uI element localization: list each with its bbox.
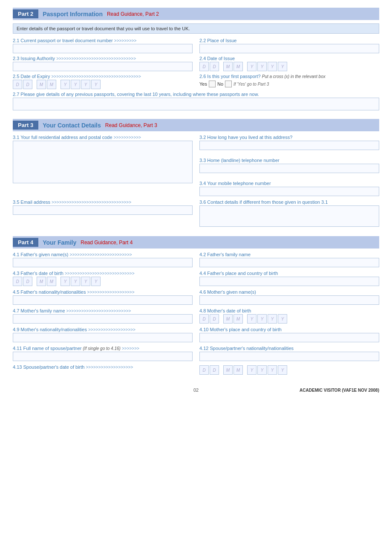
field-45: 4.5 Father's nationality/nationalities >… bbox=[13, 289, 193, 305]
date25-y4[interactable]: Y bbox=[91, 80, 101, 89]
date413-m2[interactable]: M bbox=[233, 365, 243, 375]
input-33[interactable] bbox=[199, 164, 379, 173]
date-d2[interactable]: D bbox=[210, 62, 219, 71]
field-413-label: 4.13 Spouse/partner's date of birth >>>>… bbox=[13, 364, 193, 370]
part4-guidance[interactable]: Read Guidance, Part 4 bbox=[81, 240, 133, 246]
date43-m2[interactable]: M bbox=[47, 277, 56, 286]
yes-checkbox[interactable] bbox=[209, 81, 216, 87]
field-34-label: 3.4 Your mobile telephone number bbox=[199, 181, 379, 186]
input-47[interactable] bbox=[13, 314, 193, 324]
date-y4[interactable]: Y bbox=[278, 62, 287, 71]
input-46[interactable] bbox=[199, 295, 379, 305]
date-m2[interactable]: M bbox=[233, 62, 243, 71]
date43-d1[interactable]: D bbox=[13, 277, 22, 286]
field-24-label: 2.4 Date of Issue bbox=[199, 56, 379, 61]
date413-y4[interactable]: Y bbox=[278, 365, 287, 375]
date25-d1[interactable]: D bbox=[13, 80, 22, 89]
goto-note: If 'Yes' go to Part 3 bbox=[233, 82, 269, 87]
date43-d2[interactable]: D bbox=[23, 277, 32, 286]
input-42[interactable] bbox=[199, 258, 379, 267]
field-48: 4.8 Mother's date of birth D D M M Y Y Y… bbox=[199, 308, 379, 324]
date-d1[interactable]: D bbox=[199, 62, 209, 71]
date43-y1[interactable]: Y bbox=[61, 277, 70, 286]
date48-m2[interactable]: M bbox=[233, 314, 243, 324]
date25-m1[interactable]: M bbox=[37, 80, 46, 89]
field-46: 4.6 Mother's given name(s) bbox=[199, 289, 379, 305]
field-26: 2.6 Is this your first passport? Put a c… bbox=[199, 74, 379, 89]
input-21[interactable] bbox=[13, 44, 193, 53]
field-47: 4.7 Mother's family name >>>>>>>>>>>>>>>… bbox=[13, 308, 193, 324]
date25-y1[interactable]: Y bbox=[61, 80, 70, 89]
field-21-label: 2.1 Current passport or travel document … bbox=[13, 38, 193, 43]
input-34[interactable] bbox=[199, 187, 379, 196]
yes-label: Yes bbox=[199, 81, 207, 87]
date413-y2[interactable]: Y bbox=[257, 365, 267, 375]
col-right-32-34: 3.2 How long have you lived at this addr… bbox=[199, 135, 379, 196]
date413-y1[interactable]: Y bbox=[247, 365, 257, 375]
date-y1[interactable]: Y bbox=[247, 62, 257, 71]
field-22: 2.2 Place of Issue bbox=[199, 38, 379, 53]
date43-y2[interactable]: Y bbox=[71, 277, 80, 286]
date25-y2[interactable]: Y bbox=[71, 80, 80, 89]
field-49: 4.9 Mother's nationality/nationalities >… bbox=[13, 327, 193, 342]
input-44[interactable] bbox=[199, 277, 379, 286]
field-25: 2.5 Date of Expiry >>>>>>>>>>>>>>>>>>>>>… bbox=[13, 74, 193, 89]
date-m1[interactable]: M bbox=[223, 62, 233, 71]
field-410-label: 4.10 Mother's place and country of birth bbox=[199, 327, 379, 332]
input-32[interactable] bbox=[199, 141, 379, 150]
row-45-46: 4.5 Father's nationality/nationalities >… bbox=[13, 289, 379, 305]
input-22[interactable] bbox=[199, 44, 379, 53]
no-checkbox[interactable] bbox=[225, 81, 232, 87]
date413-d2[interactable]: D bbox=[210, 365, 219, 375]
date-y3[interactable]: Y bbox=[268, 62, 277, 71]
input-36[interactable] bbox=[199, 205, 379, 227]
field-46-label: 4.6 Mother's given name(s) bbox=[199, 289, 379, 295]
date413-m1[interactable]: M bbox=[223, 365, 233, 375]
input-31[interactable] bbox=[13, 141, 193, 183]
field-27-label: 2.7 Please give details of any previous … bbox=[13, 92, 379, 97]
date48-y1[interactable]: Y bbox=[247, 314, 257, 324]
page-number: 02 bbox=[193, 387, 199, 393]
field-26-label: 2.6 Is this your first passport? Put a c… bbox=[199, 74, 379, 79]
part2-title: Passport Information bbox=[43, 11, 103, 17]
input-23[interactable] bbox=[13, 62, 193, 71]
date25-d2[interactable]: D bbox=[23, 80, 32, 89]
date43-y3[interactable]: Y bbox=[81, 277, 90, 286]
date48-y4[interactable]: Y bbox=[278, 314, 287, 324]
footer-right: ACADEMIC VISITOR (VAF1E NOV 2008) bbox=[300, 388, 379, 393]
field-35: 3.5 Email address >>>>>>>>>>>>>>>>>>>>>>… bbox=[13, 199, 193, 228]
input-45[interactable] bbox=[13, 295, 193, 305]
part3-section: Part 3 Your Contact Details Read Guidanc… bbox=[13, 119, 379, 228]
input-410[interactable] bbox=[199, 333, 379, 342]
input-49[interactable] bbox=[13, 333, 193, 342]
input-411[interactable] bbox=[13, 352, 193, 361]
input-41[interactable] bbox=[13, 258, 193, 267]
date48-y2[interactable]: Y bbox=[257, 314, 267, 324]
part4-header: Part 4 Your Family Read Guidance, Part 4 bbox=[13, 236, 379, 249]
date43-y4[interactable]: Y bbox=[91, 277, 101, 286]
date25-m2[interactable]: M bbox=[47, 80, 56, 89]
date43-m1[interactable]: M bbox=[37, 277, 46, 286]
row-25-26: 2.5 Date of Expiry >>>>>>>>>>>>>>>>>>>>>… bbox=[13, 74, 379, 89]
input-35[interactable] bbox=[13, 205, 193, 215]
row-411-412: 4.11 Full name of spouse/partner (If sin… bbox=[13, 346, 379, 361]
part3-guidance[interactable]: Read Guidance, Part 3 bbox=[105, 122, 157, 128]
date25-y3[interactable]: Y bbox=[81, 80, 90, 89]
date48-y3[interactable]: Y bbox=[268, 314, 277, 324]
input-27[interactable] bbox=[13, 98, 379, 110]
date48-d1[interactable]: D bbox=[199, 314, 209, 324]
input-412[interactable] bbox=[199, 352, 379, 361]
field-23: 2.3 Issuing Authority >>>>>>>>>>>>>>>>>>… bbox=[13, 56, 193, 71]
date-25: D D M M Y Y Y Y bbox=[13, 80, 193, 89]
field-33-label: 3.3 Home (landline) telephone number bbox=[199, 158, 379, 163]
part2-guidance[interactable]: Read Guidance, Part 2 bbox=[107, 11, 159, 17]
date48-d2[interactable]: D bbox=[210, 314, 219, 324]
date413-y3[interactable]: Y bbox=[268, 365, 277, 375]
field-24: 2.4 Date of Issue D D M M Y Y Y Y bbox=[199, 56, 379, 71]
part2-info: Enter details of the passport or travel … bbox=[13, 23, 379, 34]
field-43: 4.3 Father's date of birth >>>>>>>>>>>>>… bbox=[13, 271, 193, 286]
date-y2[interactable]: Y bbox=[257, 62, 267, 71]
date413-d1[interactable]: D bbox=[199, 365, 209, 375]
date48-m1[interactable]: M bbox=[223, 314, 233, 324]
part2-section: Part 2 Passport Information Read Guidanc… bbox=[13, 8, 379, 110]
